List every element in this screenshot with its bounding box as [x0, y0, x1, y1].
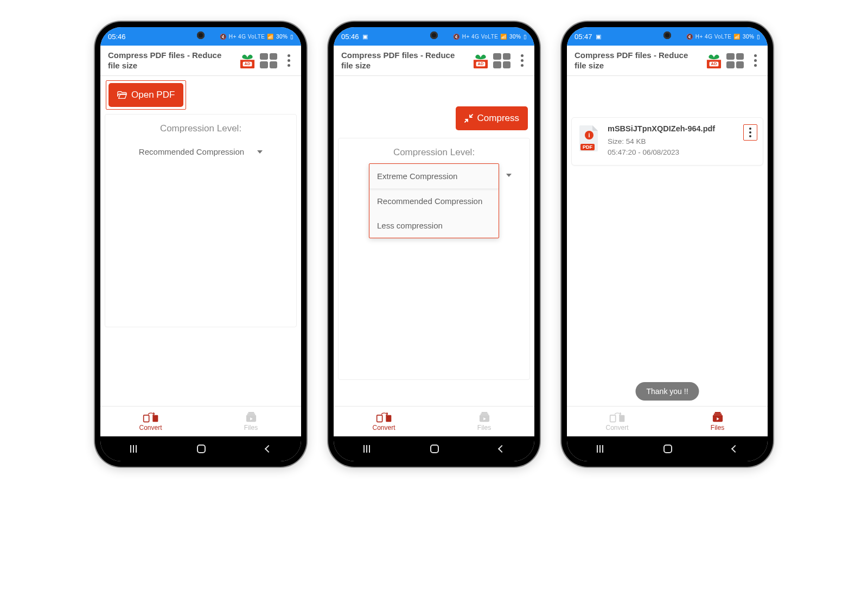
home-button[interactable] — [197, 445, 206, 453]
status-bar: 05:46 ▣ 🔇 H+ 4G VoLTE 📶 30% ▯ — [334, 27, 534, 46]
file-list-item[interactable]: iPDF mSBSiJTpnXQDIZeh-964.pdf Size: 54 K… — [571, 117, 763, 166]
mute-icon: 🔇 — [453, 34, 460, 40]
svg-rect-24 — [714, 412, 720, 414]
signal-icon: 📶 — [500, 34, 507, 40]
overflow-menu-button[interactable] — [748, 53, 762, 68]
battery-pct: 30% — [743, 34, 755, 40]
svg-rect-5 — [247, 413, 255, 415]
signal-icon: 📶 — [733, 34, 741, 40]
battery-icon: ▯ — [524, 34, 527, 40]
tab-files[interactable]: Files — [667, 407, 768, 436]
overflow-menu-button[interactable] — [282, 53, 296, 68]
option-extreme[interactable]: Extreme Compression — [369, 164, 499, 189]
phone-mock-1: 05:46 🔇 H+ 4G VoLTE 📶 30% ▯ Compress PDF… — [95, 22, 307, 467]
chevron-down-icon — [506, 174, 512, 177]
svg-text:i: i — [588, 132, 590, 138]
back-button[interactable] — [498, 445, 506, 453]
convert-icon — [376, 412, 392, 423]
page-title: Compress PDF files - Reduce file size — [108, 50, 235, 71]
svg-rect-20 — [610, 415, 615, 422]
tab-convert[interactable]: Convert — [334, 407, 434, 436]
content-area: iPDF mSBSiJTpnXQDIZeh-964.pdf Size: 54 K… — [567, 76, 768, 406]
system-nav — [334, 436, 534, 461]
toast-message: Thank you !! — [635, 382, 699, 401]
file-item-menu-button[interactable] — [743, 124, 757, 141]
compression-dropdown[interactable]: Recommended Compression — [105, 139, 296, 164]
open-pdf-button[interactable]: Open PDF — [108, 83, 183, 107]
status-time: 05:46 — [341, 33, 359, 41]
convert-icon — [143, 412, 159, 423]
status-indicators: 🔇 H+ 4G VoLTE 📶 30% ▯ — [220, 34, 293, 40]
svg-rect-12 — [480, 413, 488, 415]
compression-card: Compression Level: Extreme Compression R… — [338, 138, 530, 380]
svg-text:AD: AD — [245, 61, 251, 66]
app-bar: Compress PDF files - Reduce file size AD — [100, 46, 301, 76]
files-icon — [711, 412, 725, 423]
svg-rect-10 — [386, 415, 391, 422]
back-button[interactable] — [731, 445, 739, 453]
page-title: Compress PDF files - Reduce file size — [575, 50, 701, 71]
svg-rect-3 — [152, 415, 158, 422]
option-less[interactable]: Less compression — [369, 213, 499, 238]
view-grid-button[interactable] — [493, 53, 510, 68]
ad-gift-icon[interactable]: AD — [239, 53, 256, 68]
pdf-file-icon: iPDF — [577, 124, 601, 155]
recents-button[interactable] — [130, 445, 137, 453]
overflow-menu-button[interactable] — [515, 53, 529, 68]
svg-text:AD: AD — [711, 61, 717, 66]
phone-mock-2: 05:46 ▣ 🔇 H+ 4G VoLTE 📶 30% ▯ Compress P… — [328, 22, 540, 467]
status-time: 05:47 — [575, 33, 592, 41]
svg-rect-9 — [376, 415, 382, 422]
page-title: Compress PDF files - Reduce file size — [341, 50, 468, 71]
dropdown-selected: Recommended Compression — [139, 147, 244, 156]
svg-text:PDF: PDF — [583, 144, 593, 150]
screenshot-icon: ▣ — [362, 33, 368, 40]
compression-level-label: Compression Level: — [105, 115, 296, 139]
files-icon — [477, 412, 492, 423]
ad-gift-icon[interactable]: AD — [473, 53, 489, 68]
files-icon — [244, 412, 258, 423]
status-bar: 05:47 ▣ 🔇 H+ 4G VoLTE 📶 30% ▯ — [567, 27, 768, 46]
compression-card: Compression Level: Recommended Compressi… — [105, 114, 297, 327]
system-nav — [567, 436, 768, 461]
folder-open-icon — [117, 91, 127, 99]
svg-rect-13 — [481, 412, 487, 414]
mute-icon: 🔇 — [220, 34, 227, 40]
svg-rect-21 — [619, 415, 624, 422]
battery-pct: 30% — [509, 34, 521, 40]
phone-mock-3: 05:47 ▣ 🔇 H+ 4G VoLTE 📶 30% ▯ Compress P… — [561, 22, 773, 467]
screenshot-icon: ▣ — [596, 33, 601, 40]
recents-button[interactable] — [363, 445, 370, 453]
bottom-nav: Convert Files — [334, 406, 534, 436]
file-size: Size: 54 KB — [608, 136, 737, 147]
tab-convert[interactable]: Convert — [567, 407, 667, 436]
bottom-nav: Convert Files — [567, 406, 768, 436]
battery-pct: 30% — [276, 34, 288, 40]
compress-icon — [464, 114, 473, 123]
compression-level-label: Compression Level: — [339, 138, 529, 163]
svg-rect-23 — [713, 413, 722, 415]
view-grid-button[interactable] — [726, 53, 744, 68]
battery-icon: ▯ — [757, 34, 761, 40]
convert-icon — [609, 412, 626, 423]
ad-gift-icon[interactable]: AD — [706, 53, 722, 68]
back-button[interactable] — [265, 445, 272, 453]
file-meta: mSBSiJTpnXQDIZeh-964.pdf Size: 54 KB 05:… — [608, 124, 737, 158]
app-bar: Compress PDF files - Reduce file size AD — [334, 46, 534, 76]
file-timestamp: 05:47:20 - 06/08/2023 — [608, 147, 737, 158]
option-recommended[interactable]: Recommended Compression — [369, 189, 499, 213]
content-area: Compress Compression Level: Extreme Comp… — [334, 76, 534, 406]
svg-text:AD: AD — [478, 61, 484, 66]
home-button[interactable] — [663, 445, 672, 453]
chevron-down-icon — [257, 150, 263, 154]
tab-files[interactable]: Files — [434, 407, 534, 436]
status-time: 05:46 — [108, 33, 126, 41]
home-button[interactable] — [430, 445, 439, 453]
mute-icon: 🔇 — [686, 34, 693, 40]
tab-convert[interactable]: Convert — [100, 407, 201, 436]
compress-button[interactable]: Compress — [456, 106, 528, 130]
recents-button[interactable] — [597, 445, 603, 453]
view-grid-button[interactable] — [260, 53, 277, 68]
compression-dropdown-open: Extreme Compression Recommended Compress… — [369, 163, 499, 238]
tab-files[interactable]: Files — [201, 407, 301, 436]
